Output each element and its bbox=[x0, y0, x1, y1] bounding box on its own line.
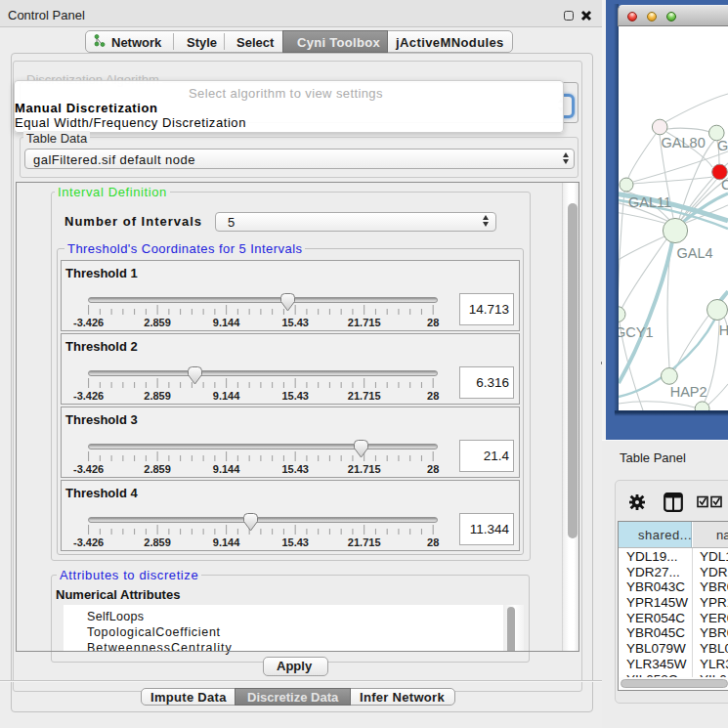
svg-text:GAL4: GAL4 bbox=[677, 245, 713, 261]
svg-text:CY: CY bbox=[721, 177, 728, 193]
svg-text:GAL80: GAL80 bbox=[662, 135, 706, 150]
svg-text:H: H bbox=[719, 322, 728, 338]
svg-text:GCY1: GCY1 bbox=[619, 324, 654, 340]
svg-text:HAP2: HAP2 bbox=[670, 384, 707, 400]
svg-text:GA: GA bbox=[717, 138, 728, 153]
svg-text:GAL11: GAL11 bbox=[628, 194, 671, 210]
